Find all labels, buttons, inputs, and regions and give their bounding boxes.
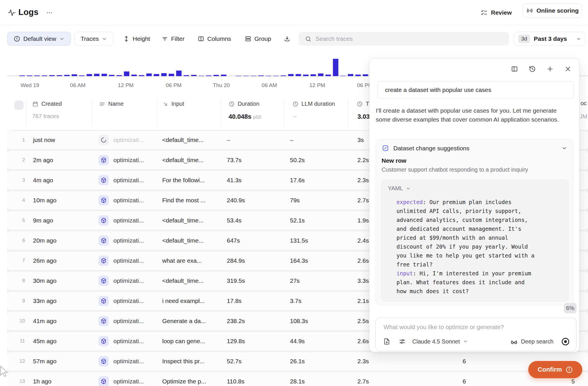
group-button[interactable]: Group — [245, 32, 271, 46]
histogram-bar[interactable] — [176, 70, 182, 76]
histogram-bar[interactable] — [116, 75, 122, 76]
histogram-bar[interactable] — [42, 75, 47, 76]
table-row[interactable]: 131h agooptimizati...Optimize the p...11… — [7, 372, 588, 386]
histogram-bar[interactable] — [325, 74, 331, 76]
deep-search-toggle[interactable]: Deep search — [510, 338, 554, 345]
confirm-button[interactable]: Confirm — [528, 361, 582, 378]
histogram-bar[interactable] — [57, 75, 62, 76]
default-view-dropdown[interactable]: Default view — [7, 32, 71, 46]
ttft-cell: 3.3s — [357, 272, 369, 290]
stop-icon[interactable] — [561, 337, 570, 346]
histogram-bar[interactable] — [258, 75, 264, 76]
history-icon[interactable] — [529, 65, 536, 73]
histogram-bar[interactable] — [288, 74, 294, 76]
histogram-bar[interactable] — [333, 59, 339, 76]
histogram-bar[interactable] — [71, 74, 77, 76]
llm-duration-cell: 44.9s — [290, 332, 305, 350]
histogram-bar[interactable] — [191, 75, 197, 76]
yaml-code-line: input: Hi, I'm interested in your premiu… — [396, 269, 564, 278]
histogram-bar[interactable] — [363, 74, 368, 76]
model-selector[interactable]: Claude 4.5 Sonnet — [412, 338, 468, 345]
yaml-code-line: free trial? — [396, 260, 564, 269]
histogram-bar[interactable] — [236, 76, 241, 76]
column-ttft[interactable]: T — [357, 101, 369, 107]
histogram-bar[interactable] — [348, 74, 353, 76]
trace-cube-icon — [98, 356, 109, 366]
arrows-up-down-icon — [123, 35, 130, 42]
online-scoring-button[interactable]: Online scoring — [523, 3, 582, 18]
format-selector[interactable]: YAML — [388, 185, 411, 192]
table-row[interactable]: 1257m agooptimizati...Inspect this pr...… — [7, 352, 588, 370]
histogram-bar[interactable] — [64, 75, 70, 76]
column-duration[interactable]: Duration — [229, 101, 260, 107]
histogram-bar[interactable] — [131, 74, 137, 76]
histogram-bar[interactable] — [303, 74, 309, 76]
confirm-label: Confirm — [538, 366, 562, 373]
name-cell: optimizati... — [113, 312, 144, 330]
created-cell: 30m ago — [33, 272, 57, 290]
histogram-bar[interactable] — [310, 74, 316, 76]
column-name[interactable]: Name — [99, 101, 123, 107]
column-created[interactable]: Created — [32, 101, 62, 107]
histogram-bar[interactable] — [183, 75, 189, 76]
histogram-bar[interactable] — [213, 75, 219, 76]
histogram-bar[interactable] — [34, 75, 40, 76]
suggestions-header[interactable]: Dataset change suggestions — [382, 145, 567, 152]
histogram-bar[interactable] — [19, 75, 25, 76]
settings-sliders-icon[interactable] — [399, 338, 406, 345]
group-rows-icon — [245, 35, 252, 42]
histogram-bar[interactable] — [94, 74, 100, 76]
row-number: 3 — [12, 171, 25, 189]
height-button[interactable]: Height — [123, 32, 150, 46]
attach-file-icon[interactable] — [383, 338, 390, 345]
search-input[interactable]: Search traces — [299, 32, 509, 46]
name-cell: optimizati... — [113, 211, 144, 230]
new-chat-icon[interactable] — [546, 65, 554, 73]
column-llm-duration[interactable]: LLM duration — [292, 101, 335, 107]
chat-input-box[interactable]: What would you like to optimize or gener… — [375, 318, 577, 351]
histogram-bar[interactable] — [340, 76, 346, 76]
histogram-bar[interactable] — [355, 74, 361, 76]
histogram-bar[interactable] — [281, 75, 286, 76]
histogram-bar[interactable] — [169, 74, 174, 76]
column-input[interactable]: Input — [162, 101, 184, 107]
histogram-bar[interactable] — [146, 73, 152, 76]
histogram-bar[interactable] — [161, 73, 167, 76]
histogram-bar[interactable] — [109, 75, 115, 76]
histogram-bar[interactable] — [251, 76, 256, 76]
date-range-dropdown[interactable]: 3d Past 3 days — [514, 32, 586, 46]
close-icon[interactable] — [564, 65, 572, 73]
range-badge: 3d — [518, 34, 530, 43]
histogram-bar[interactable] — [79, 75, 85, 76]
histogram-bar[interactable] — [221, 74, 227, 76]
histogram-bar[interactable] — [139, 75, 144, 76]
histogram-bar[interactable] — [295, 74, 301, 76]
input-cell: what are exa... — [162, 251, 202, 270]
histogram-bar[interactable] — [206, 75, 212, 76]
histogram-bar[interactable] — [49, 75, 55, 76]
yaml-code-line: advanced analytics, custom integrations, — [396, 216, 564, 224]
download-button[interactable] — [284, 32, 291, 46]
filter-button[interactable]: Filter — [161, 32, 185, 46]
histogram-bar[interactable] — [154, 74, 159, 76]
llm-duration-cell: – — [290, 131, 293, 149]
histogram-bar[interactable] — [273, 76, 279, 76]
side-panel-icon[interactable] — [511, 65, 518, 73]
histogram-bar[interactable] — [27, 75, 32, 76]
histogram-bar[interactable] — [124, 71, 129, 76]
columns-button[interactable]: Columns — [198, 32, 231, 46]
histogram-bar[interactable] — [266, 76, 271, 76]
more-menu-icon[interactable] — [46, 9, 53, 16]
traces-dropdown[interactable]: Traces — [74, 32, 113, 46]
histogram-bar[interactable] — [243, 76, 249, 76]
prompt-input[interactable]: create a dataset with popular use cases — [377, 81, 574, 99]
histogram-bar[interactable] — [101, 74, 107, 76]
histogram-bar[interactable] — [198, 76, 204, 76]
select-all-checkbox[interactable] — [14, 101, 24, 110]
llm-duration-p50: – — [293, 113, 297, 120]
axis-tick-label: 12 PM — [118, 82, 134, 89]
review-button[interactable]: Review — [481, 6, 512, 20]
histogram-bar[interactable] — [318, 73, 324, 76]
llm-duration-cell: 17.6s — [290, 171, 305, 189]
histogram-bar[interactable] — [86, 74, 92, 76]
